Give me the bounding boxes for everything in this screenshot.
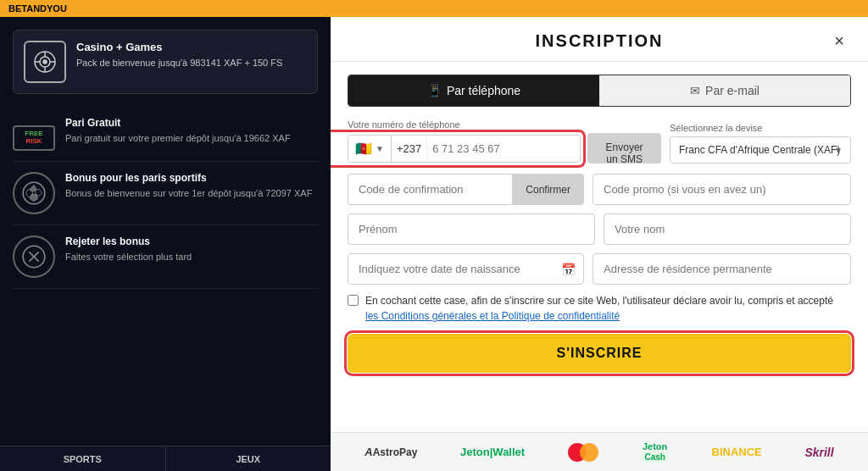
- phone-tab-label: Par téléphone: [447, 84, 520, 97]
- sports-bonus-desc: Bonus de bienvenue sur votre 1er dépôt j…: [65, 187, 312, 200]
- tab-email[interactable]: ✉ Par e-mail: [599, 75, 850, 106]
- terms-row: En cochant cette case, afin de s'inscrir…: [348, 293, 851, 324]
- modal-body: 📱 Par téléphone ✉ Par e-mail Votre numér…: [331, 62, 868, 432]
- first-name-input[interactable]: [348, 213, 595, 245]
- terms-link[interactable]: les Conditions générales et la Politique…: [365, 310, 620, 322]
- address-input[interactable]: [593, 253, 851, 285]
- bonus-item-sports[interactable]: Bonus pour les paris sportifs Bonus de b…: [13, 162, 318, 225]
- reject-desc: Faites votre sélection plus tard: [65, 251, 192, 263]
- payment-skrill: Skrill: [804, 446, 833, 459]
- currency-select[interactable]: Franc CFA d'Afrique Centrale (XAF): [670, 136, 851, 163]
- payment-jeton-wallet: Jeton|Wallet: [460, 446, 525, 458]
- register-button[interactable]: S'INSCRIRE: [348, 334, 851, 373]
- tab-jeux[interactable]: JEUX: [165, 446, 331, 471]
- modal: INSCRIPTION × 📱 Par téléphone ✉ Par e-ma…: [331, 17, 868, 471]
- confirm-button[interactable]: Confirmer: [512, 174, 584, 205]
- casino-promo: Casino + Games Pack de bienvenue jusqu'à…: [13, 30, 318, 94]
- tab-phone[interactable]: 📱 Par téléphone: [348, 75, 599, 106]
- top-bar: BETANDYOU: [0, 0, 868, 17]
- birth-date-input[interactable]: [348, 253, 584, 285]
- svg-point-6: [43, 60, 47, 64]
- reject-title: Rejeter les bonus: [65, 236, 192, 247]
- payment-footer: AAstroPay Jeton|Wallet Jeton Cash BINANC…: [331, 432, 868, 471]
- casino-description: Pack de bienvenue jusqu'à 983141 XAF + 1…: [76, 57, 282, 69]
- svg-marker-11: [30, 195, 38, 202]
- football-icon: [13, 172, 55, 214]
- tab-switcher: 📱 Par téléphone ✉ Par e-mail: [348, 75, 851, 107]
- free-risk-badge: FREE RISK: [13, 125, 55, 151]
- birth-date-wrapper: 📅: [348, 253, 584, 285]
- modal-header: INSCRIPTION ×: [331, 17, 868, 62]
- phone-number-input[interactable]: [427, 136, 580, 162]
- confirmation-row: Confirmer: [348, 174, 851, 205]
- modal-title: INSCRIPTION: [371, 31, 827, 51]
- name-row: [348, 213, 851, 245]
- bottom-tabs: SPORTS JEUX: [0, 446, 331, 471]
- country-code: +237: [392, 136, 427, 162]
- phone-input-container: 🇨🇲 ▼ +237: [348, 135, 581, 163]
- casino-title: Casino + Games: [76, 41, 282, 53]
- casino-icon: [24, 41, 66, 83]
- brand-logo: BETANDYOU: [8, 3, 67, 14]
- pari-gratuit-desc: Pari gratuit sur votre premier dépôt jus…: [65, 132, 291, 145]
- phone-label: Votre numéro de téléphone: [348, 119, 661, 130]
- email-tab-icon: ✉: [690, 84, 700, 97]
- payment-mastercard: [568, 443, 598, 462]
- terms-text: En cochant cette case, afin de s'inscrir…: [365, 293, 833, 324]
- send-sms-button[interactable]: Envoyer un SMS: [587, 133, 661, 163]
- promo-code-input[interactable]: [593, 174, 851, 205]
- pari-gratuit-title: Pari Gratuit: [65, 117, 291, 129]
- bonus-item-free-risk[interactable]: FREE RISK Pari Gratuit Pari gratuit sur …: [13, 107, 318, 162]
- reject-icon: [13, 236, 55, 278]
- risk-label: RISK: [25, 138, 42, 146]
- bonus-item-reject[interactable]: Rejeter les bonus Faites votre sélection…: [13, 225, 318, 289]
- payment-binance: BINANCE: [712, 446, 762, 458]
- sports-bonus-title: Bonus pour les paris sportifs: [65, 172, 312, 184]
- flag-icon: 🇨🇲: [355, 141, 372, 157]
- left-panel: Casino + Games Pack de bienvenue jusqu'à…: [0, 17, 331, 471]
- country-selector[interactable]: 🇨🇲 ▼: [348, 136, 392, 162]
- confirmation-code-input[interactable]: [348, 174, 512, 205]
- birth-address-row: 📅: [348, 253, 851, 285]
- phone-tab-icon: 📱: [427, 84, 442, 97]
- terms-checkbox[interactable]: [348, 295, 359, 306]
- last-name-input[interactable]: [604, 213, 851, 245]
- payment-astropay: AAstroPay: [364, 446, 417, 458]
- email-tab-label: Par e-mail: [705, 84, 760, 97]
- currency-label: Sélectionnez la devise: [670, 123, 851, 133]
- confirmation-group: Confirmer: [348, 174, 584, 205]
- chevron-down-icon: ▼: [376, 144, 384, 153]
- payment-jeton-cash: Jeton Cash: [641, 441, 668, 463]
- close-button[interactable]: ×: [827, 29, 851, 53]
- tab-sports[interactable]: SPORTS: [0, 446, 165, 471]
